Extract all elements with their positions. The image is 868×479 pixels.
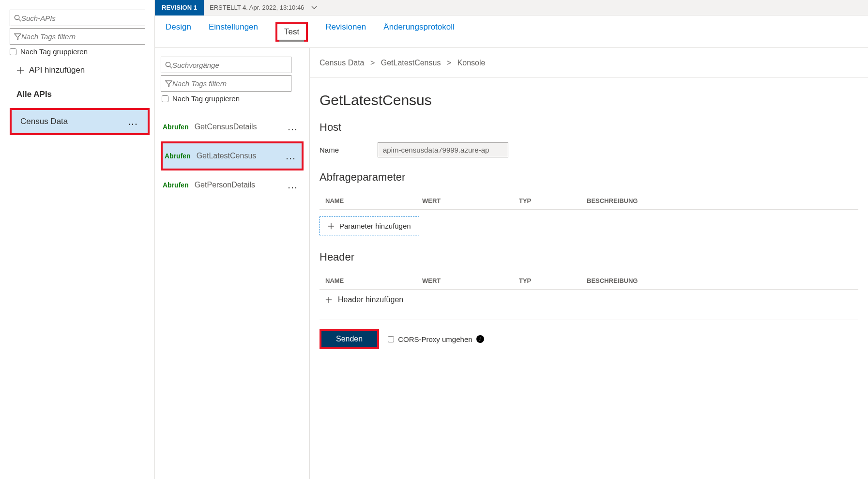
api-filter-box[interactable] bbox=[10, 28, 145, 45]
header-table-header: NAME WERT TYP BESCHREIBUNG bbox=[320, 272, 858, 290]
ops-filter-box[interactable] bbox=[161, 75, 291, 92]
ops-group-by-tag-row[interactable]: Nach Tag gruppieren bbox=[162, 94, 304, 103]
add-parameter-button[interactable]: Parameter hinzufügen bbox=[320, 216, 419, 235]
breadcrumb: Census Data > GetLatestCensus > Konsole bbox=[310, 48, 868, 77]
op-item-getlatestcensus[interactable]: Abrufen GetLatestCensus … bbox=[161, 141, 304, 170]
api-filter-input[interactable] bbox=[21, 32, 141, 41]
ellipsis-icon[interactable]: … bbox=[287, 121, 299, 133]
chevron-right-icon: > bbox=[447, 59, 451, 67]
api-sidebar: Nach Tag gruppieren API hinzufügen Alle … bbox=[0, 0, 155, 479]
ellipsis-icon[interactable]: … bbox=[285, 150, 297, 162]
op-name: GetCensusDetails bbox=[195, 123, 257, 131]
add-header-button[interactable]: Header hinzufügen bbox=[320, 290, 858, 310]
chevron-down-icon[interactable] bbox=[311, 5, 318, 10]
host-heading: Host bbox=[320, 121, 858, 134]
plus-icon bbox=[328, 223, 335, 230]
tab-design[interactable]: Design bbox=[166, 22, 191, 42]
tab-changelog[interactable]: Änderungsprotokoll bbox=[383, 22, 454, 42]
api-item-label: Census Data bbox=[20, 117, 68, 126]
op-name: GetPersonDetails bbox=[195, 181, 255, 189]
search-icon bbox=[14, 15, 21, 22]
revision-info[interactable]: ERSTELLT 4. Apr. 2022, 13:10:46 bbox=[204, 4, 323, 11]
tab-settings[interactable]: Einstellungen bbox=[209, 22, 258, 42]
plus-icon bbox=[16, 66, 24, 74]
col-value: WERT bbox=[422, 197, 480, 204]
ops-group-by-tag-checkbox[interactable] bbox=[162, 95, 168, 102]
group-by-tag-checkbox[interactable] bbox=[10, 48, 16, 55]
tab-bar: Design Einstellungen Test Revisionen Änd… bbox=[155, 15, 868, 48]
send-button[interactable]: Senden bbox=[321, 331, 377, 347]
tab-revisions[interactable]: Revisionen bbox=[325, 22, 366, 42]
add-api-label: API hinzufügen bbox=[29, 65, 85, 75]
svg-line-6 bbox=[170, 66, 172, 68]
detail-panel: Census Data > GetLatestCensus > Konsole … bbox=[310, 48, 868, 479]
col-name: NAME bbox=[325, 277, 383, 284]
search-icon bbox=[165, 62, 172, 69]
chevron-right-icon: > bbox=[370, 59, 375, 67]
add-header-label: Header hinzufügen bbox=[338, 295, 403, 304]
api-search-box[interactable] bbox=[10, 10, 145, 26]
col-name: NAME bbox=[325, 197, 383, 204]
revision-bar: REVISION 1 ERSTELLT 4. Apr. 2022, 13:10:… bbox=[155, 0, 868, 15]
cors-bypass-row[interactable]: CORS-Proxy umgehen i bbox=[388, 335, 484, 343]
svg-point-0 bbox=[15, 15, 19, 19]
ellipsis-icon[interactable]: … bbox=[287, 179, 299, 191]
op-item-getcensusdetails[interactable]: Abrufen GetCensusDetails … bbox=[161, 112, 304, 141]
filter-icon bbox=[14, 33, 21, 40]
breadcrumb-console: Konsole bbox=[457, 59, 486, 67]
svg-marker-7 bbox=[166, 80, 172, 86]
svg-marker-2 bbox=[15, 33, 21, 39]
ops-filter-input[interactable] bbox=[172, 79, 287, 88]
group-by-tag-label: Nach Tag gruppieren bbox=[20, 47, 88, 56]
plus-icon bbox=[325, 296, 332, 303]
cors-bypass-checkbox[interactable] bbox=[388, 336, 394, 342]
api-search-input[interactable] bbox=[21, 14, 141, 22]
col-type: TYP bbox=[519, 197, 548, 204]
op-item-getpersondetails[interactable]: Abrufen GetPersonDetails … bbox=[161, 170, 304, 200]
col-value: WERT bbox=[422, 277, 480, 284]
all-apis-heading: Alle APIs bbox=[16, 90, 150, 99]
tab-test[interactable]: Test bbox=[275, 22, 308, 42]
svg-point-5 bbox=[166, 62, 170, 66]
add-api-button[interactable]: API hinzufügen bbox=[16, 65, 150, 75]
http-method-label: Abrufen bbox=[165, 152, 191, 160]
cors-bypass-label: CORS-Proxy umgehen bbox=[398, 335, 472, 343]
revision-badge: REVISION 1 bbox=[155, 0, 204, 15]
breadcrumb-operation[interactable]: GetLatestCensus bbox=[381, 59, 441, 67]
ops-group-by-tag-label: Nach Tag gruppieren bbox=[172, 94, 240, 103]
operations-panel: Nach Tag gruppieren Abrufen GetCensusDet… bbox=[155, 48, 310, 479]
query-params-header: NAME WERT TYP BESCHREIBUNG bbox=[320, 192, 858, 210]
http-method-label: Abrufen bbox=[163, 181, 189, 189]
col-type: TYP bbox=[519, 277, 548, 284]
header-heading: Header bbox=[320, 251, 858, 263]
http-method-label: Abrufen bbox=[163, 123, 189, 131]
group-by-tag-row[interactable]: Nach Tag gruppieren bbox=[10, 47, 150, 56]
host-name-label: Name bbox=[320, 146, 339, 154]
info-icon[interactable]: i bbox=[476, 335, 484, 343]
col-desc: BESCHREIBUNG bbox=[587, 277, 638, 284]
ops-search-input[interactable] bbox=[172, 61, 287, 69]
revision-created: ERSTELLT 4. Apr. 2022, 13:10:46 bbox=[210, 4, 304, 11]
add-parameter-label: Parameter hinzufügen bbox=[339, 222, 411, 230]
svg-line-1 bbox=[19, 19, 21, 21]
breadcrumb-api[interactable]: Census Data bbox=[320, 59, 365, 67]
api-item-census-data[interactable]: Census Data … bbox=[10, 108, 150, 135]
query-params-heading: Abfrageparameter bbox=[320, 171, 858, 184]
host-name-input bbox=[378, 142, 508, 157]
operation-title: GetLatestCensus bbox=[320, 92, 858, 108]
col-desc: BESCHREIBUNG bbox=[587, 197, 638, 204]
ops-search-box[interactable] bbox=[161, 57, 291, 73]
op-name: GetLatestCensus bbox=[197, 152, 257, 160]
ellipsis-icon[interactable]: … bbox=[127, 115, 139, 128]
filter-icon bbox=[165, 80, 172, 87]
